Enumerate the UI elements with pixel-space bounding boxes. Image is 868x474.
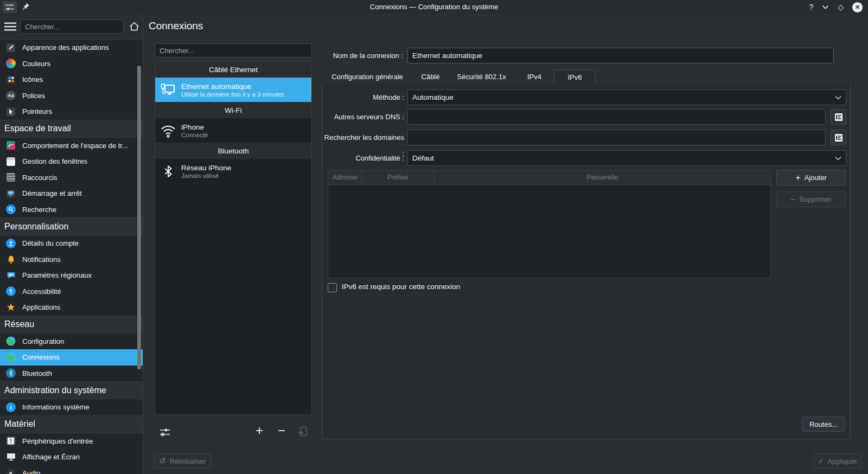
window-title: Connexions — Configuration du système bbox=[0, 0, 868, 14]
apply-button[interactable]: ✓ Appliquer bbox=[814, 453, 861, 469]
tab-configuration-generale[interactable]: Configuration générale bbox=[322, 69, 413, 84]
connection-item-name: Réseau iPhone bbox=[181, 164, 231, 172]
star-icon: ★ bbox=[4, 301, 17, 314]
tab-bar: Configuration généraleCâbléSécurité 802.… bbox=[322, 69, 851, 84]
sidebar-section-espace-de-travail: Espace de travail bbox=[0, 120, 143, 138]
sidebar-item-affichage-et-ecran[interactable]: Affichage et Écran bbox=[0, 449, 143, 465]
regional-icon bbox=[4, 269, 17, 282]
table-header-adresse: Adresse bbox=[328, 170, 362, 184]
info-icon: i bbox=[4, 401, 17, 414]
privacy-combobox[interactable]: Défaut bbox=[407, 150, 846, 166]
add-address-label: Ajouter bbox=[805, 174, 827, 182]
remove-address-button[interactable]: − Supprimer bbox=[776, 191, 846, 207]
sidebar-item-recherche[interactable]: Recherche bbox=[0, 202, 143, 218]
connection-item-reseau-iphone[interactable]: Réseau iPhoneJamais utilisé bbox=[155, 159, 311, 183]
dns-list-edit-button[interactable] bbox=[831, 109, 846, 125]
sidebar-item-informations-systeme[interactable]: iInformations système bbox=[0, 399, 143, 415]
sidebar-item-details-du-compte[interactable]: Détails du compte bbox=[0, 235, 143, 252]
tab-cable[interactable]: Câblé bbox=[413, 69, 448, 84]
sidebar-item-label: Accessibilité bbox=[22, 287, 61, 296]
globe-icon bbox=[4, 335, 17, 348]
sidebar-item-notifications[interactable]: Notifications bbox=[0, 252, 143, 268]
sidebar-item-gestion-des-fenetres[interactable]: Gestion des fenêtres bbox=[0, 153, 143, 170]
connection-item-status: Jamais utilisé bbox=[181, 172, 231, 179]
domains-list-edit-button[interactable] bbox=[831, 130, 846, 145]
access-icon bbox=[4, 285, 17, 298]
sidebar-item-label: Connexions bbox=[22, 353, 60, 361]
chevron-down-icon bbox=[835, 156, 841, 161]
sidebar-item-label: Applications bbox=[22, 303, 60, 311]
tab-ipv6[interactable]: IPv6 bbox=[554, 69, 596, 84]
sidebar-item-accessibilite[interactable]: Accessibilité bbox=[0, 284, 143, 300]
help-button[interactable]: ? bbox=[809, 3, 813, 11]
domains-input[interactable] bbox=[407, 130, 826, 145]
wifi-icon bbox=[155, 123, 181, 138]
menu-icon[interactable] bbox=[4, 22, 16, 31]
dns-label: Autres serveurs DNS : bbox=[322, 109, 404, 125]
connection-item-text: iPhoneConnecté bbox=[181, 123, 208, 138]
tab-ipv4[interactable]: IPv4 bbox=[515, 69, 554, 84]
add-connection-button[interactable]: + bbox=[256, 423, 263, 438]
close-button[interactable]: ✕ bbox=[852, 2, 863, 12]
add-address-button[interactable]: + Ajouter bbox=[776, 170, 846, 185]
remove-connection-button[interactable]: − bbox=[278, 423, 285, 438]
addresses-table-header: AdressePréfixePasserelle bbox=[328, 170, 770, 185]
connection-item-text: Réseau iPhoneJamais utilisé bbox=[181, 164, 231, 179]
connection-item-iphone[interactable]: iPhoneConnecté bbox=[155, 118, 311, 143]
sidebar-section-personnalisation: Personnalisation bbox=[0, 217, 143, 235]
sidebar-item-bluetooth[interactable]: Bluetooth bbox=[0, 366, 143, 382]
method-combobox[interactable]: Automatique bbox=[407, 89, 846, 105]
connection-item-status: Utilisé la dernière fois il y a 3 minute… bbox=[181, 91, 284, 98]
sidebar-item-demarrage-et-arret[interactable]: Démarrage et arrêt bbox=[0, 185, 143, 202]
plus-icon: + bbox=[795, 173, 800, 183]
dns-input[interactable] bbox=[407, 109, 826, 125]
export-connection-button[interactable] bbox=[297, 426, 308, 437]
sidebar-search-input[interactable] bbox=[20, 20, 124, 34]
sidebar-item-label: Polices bbox=[22, 92, 45, 100]
routes-button[interactable]: Routes... bbox=[802, 417, 845, 432]
sidebar-section-materiel: Matériel bbox=[0, 415, 143, 433]
connection-item-text: Ethernet automatiqueUtilisé la dernière … bbox=[181, 82, 284, 98]
ipv6-required-checkbox[interactable] bbox=[328, 283, 337, 292]
sidebar-item-couleurs[interactable]: Couleurs bbox=[0, 56, 143, 72]
maximize-button[interactable]: ◇ bbox=[838, 3, 844, 11]
ipv6-required-label: IPv6 est requis pour cette connexion bbox=[342, 283, 460, 291]
connection-search-input[interactable] bbox=[155, 43, 312, 57]
sidebar-item-audio[interactable]: Audio bbox=[0, 465, 143, 474]
sidebar-scrollbar[interactable] bbox=[137, 66, 141, 369]
fonts-icon: Aa bbox=[4, 89, 17, 102]
sidebar-item-label: Comportement de l'espace de tr... bbox=[22, 142, 128, 150]
tab-bar-filler bbox=[596, 69, 851, 84]
home-button[interactable] bbox=[129, 21, 140, 32]
appearance-icon bbox=[4, 41, 17, 54]
connection-list: Câblé EthernetEthernet automatiqueUtilis… bbox=[155, 61, 312, 415]
window-controls: ? ◇ ✕ bbox=[809, 0, 863, 14]
pin-icon[interactable] bbox=[22, 2, 30, 11]
connection-name-label: Nom de la connexion : bbox=[322, 48, 403, 63]
sidebar-item-polices[interactable]: AaPolices bbox=[0, 88, 143, 104]
sidebar-item-icones[interactable]: Icônes bbox=[0, 72, 143, 88]
apply-button-label: Appliquer bbox=[827, 457, 857, 465]
connection-item-ethernet-automatique[interactable]: Ethernet automatiqueUtilisé la dernière … bbox=[155, 78, 311, 102]
tab-securite-802-1x[interactable]: Sécurité 802.1x bbox=[448, 69, 515, 84]
sidebar-item-connexions[interactable]: Connexions bbox=[0, 349, 143, 366]
sidebar-item-raccourcis[interactable]: Raccourcis bbox=[0, 170, 143, 186]
bluetooth-icon bbox=[4, 367, 17, 380]
sidebar-item-configuration[interactable]: Configuration bbox=[0, 334, 143, 350]
connection-group-header-wi-fi: Wi-Fi bbox=[155, 102, 311, 118]
connection-name-input[interactable] bbox=[407, 48, 834, 63]
sidebar-item-parametres-regionaux[interactable]: Paramètres régionaux bbox=[0, 267, 143, 284]
sidebar-item-comportement-de-l-espace-de-tr[interactable]: Comportement de l'espace de tr... bbox=[0, 138, 143, 154]
sidebar-item-applications[interactable]: ★Applications bbox=[0, 299, 143, 316]
shade-button[interactable] bbox=[822, 5, 829, 9]
account-icon bbox=[4, 237, 17, 250]
sidebar-item-apparence-des-applications[interactable]: Apparence des applications bbox=[0, 40, 143, 56]
sidebar-item-label: Bluetooth bbox=[22, 369, 52, 377]
sidebar-item-pointeurs[interactable]: Pointeurs bbox=[0, 104, 143, 120]
bt-icon bbox=[155, 164, 181, 178]
reset-button[interactable]: ↺ Réinitialiser bbox=[154, 453, 212, 469]
sidebar-item-peripheriques-d-entree[interactable]: !Périphériques d'entrée bbox=[0, 433, 143, 450]
configure-connections-button[interactable] bbox=[159, 427, 170, 437]
undo-icon: ↺ bbox=[159, 456, 166, 466]
sidebar-item-label: Paramètres régionaux bbox=[22, 271, 92, 279]
